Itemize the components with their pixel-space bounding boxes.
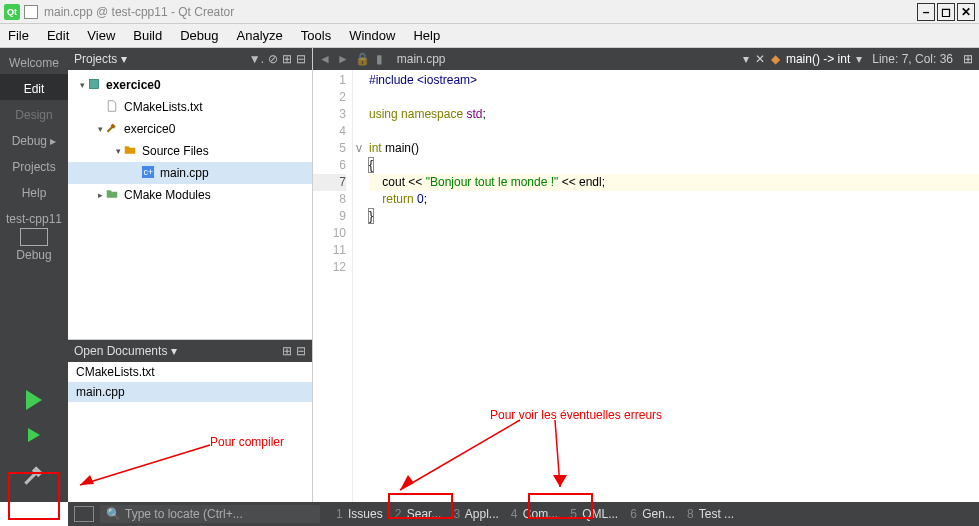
mode-edit[interactable]: Edit <box>0 74 68 100</box>
qt-logo-icon: Qt <box>4 4 20 20</box>
tree-item[interactable]: ▸CMake Modules <box>68 184 312 206</box>
menu-debug[interactable]: Debug <box>180 28 218 43</box>
menu-build[interactable]: Build <box>133 28 162 43</box>
link-icon[interactable]: ⊘ <box>268 52 278 66</box>
line-gutter: 123456789101112 <box>313 70 353 502</box>
menu-edit[interactable]: Edit <box>47 28 69 43</box>
project-icon <box>88 78 102 92</box>
tree-item[interactable]: ▾exercice0 <box>68 74 312 96</box>
output-tab-com[interactable]: 4 Com... <box>505 503 564 525</box>
locator-input[interactable]: 🔍 Type to locate (Ctrl+... <box>100 505 320 523</box>
tree-label: main.cpp <box>160 166 209 180</box>
window-titlebar: Qt main.cpp @ test-cpp11 - Qt Creator – … <box>0 0 979 24</box>
code-editor[interactable]: 123456789101112 v #include <iostream> us… <box>313 70 979 502</box>
open-docs-title: Open Documents <box>74 344 167 358</box>
monitor-icon <box>20 228 48 246</box>
cpp-icon: c+ <box>142 166 156 180</box>
symbol-icon: ◆ <box>771 52 780 66</box>
dropdown-icon[interactable]: ▾ <box>743 52 749 66</box>
filter-icon[interactable]: ▼. <box>249 52 264 66</box>
open-doc-item[interactable]: main.cpp <box>68 382 312 402</box>
mode-help[interactable]: Help <box>0 178 68 204</box>
svg-text:c+: c+ <box>144 167 154 177</box>
close-button[interactable]: ✕ <box>957 3 975 21</box>
split-icon[interactable]: ⊞ <box>282 52 292 66</box>
svg-rect-0 <box>90 80 99 89</box>
chevron-icon[interactable]: ▾ <box>94 124 106 134</box>
chevron-icon[interactable] <box>94 102 106 112</box>
split-icon[interactable]: ⊞ <box>963 52 973 66</box>
tree-item[interactable]: c+main.cpp <box>68 162 312 184</box>
symbol-selector[interactable]: main() -> int <box>786 52 850 66</box>
split-icon[interactable]: ⊞ <box>282 344 292 358</box>
tree-label: CMake Modules <box>124 188 211 202</box>
output-tab-issues[interactable]: 1 Issues <box>330 503 389 525</box>
menu-help[interactable]: Help <box>413 28 440 43</box>
menu-view[interactable]: View <box>87 28 115 43</box>
tree-label: exercice0 <box>106 78 161 92</box>
editor-filename[interactable]: main.cpp <box>397 52 446 66</box>
menubar: File Edit View Build Debug Analyze Tools… <box>0 24 979 48</box>
menu-window[interactable]: Window <box>349 28 395 43</box>
tree-label: CMakeLists.txt <box>124 100 203 114</box>
mode-welcome[interactable]: Welcome <box>0 48 68 74</box>
panel-close-icon[interactable]: ⊟ <box>296 344 306 358</box>
tree-item[interactable]: CMakeLists.txt <box>68 96 312 118</box>
mode-selector-bar: Welcome Edit Design Debug ▸ Projects Hel… <box>0 48 68 502</box>
tree-label: Source Files <box>142 144 209 158</box>
editor-toolbar: ◄ ► 🔒 ▮ main.cpp ▾ ✕ ◆ main() -> int ▾ L… <box>313 48 979 70</box>
source-text[interactable]: #include <iostream> using namespace std;… <box>365 70 616 502</box>
build-button[interactable] <box>11 452 57 498</box>
project-tree: ▾exercice0 CMakeLists.txt▾exercice0▾Sour… <box>68 70 312 339</box>
document-icon <box>24 5 38 19</box>
cursor-position[interactable]: Line: 7, Col: 36 <box>872 52 953 66</box>
projects-panel-header: Projects ▾ ▼. ⊘ ⊞ ⊟ <box>68 48 312 70</box>
run-debug-button[interactable] <box>28 428 40 442</box>
output-tab-qml[interactable]: 5 QML... <box>564 503 624 525</box>
projects-title: Projects <box>74 52 117 66</box>
output-tab-appl[interactable]: 3 Appl... <box>447 503 504 525</box>
hammer-icon <box>106 122 120 136</box>
tree-label: exercice0 <box>124 122 175 136</box>
dropdown-icon[interactable]: ▾ <box>856 52 862 66</box>
nav-fwd-icon[interactable]: ► <box>337 52 349 66</box>
statusbar: 🔍 Type to locate (Ctrl+... 1 Issues2 Sea… <box>68 502 979 526</box>
file-icon <box>106 100 120 114</box>
lock-icon[interactable]: 🔒 <box>355 52 370 66</box>
tree-item[interactable]: ▾Source Files <box>68 140 312 162</box>
close-file-icon[interactable]: ✕ <box>755 52 765 66</box>
dropdown-icon[interactable]: ▾ <box>171 344 177 358</box>
nav-back-icon[interactable]: ◄ <box>319 52 331 66</box>
maximize-button[interactable]: ◻ <box>937 3 955 21</box>
project-name: test-cpp11 <box>6 212 62 226</box>
run-button[interactable] <box>26 390 42 410</box>
panel-close-icon[interactable]: ⊟ <box>296 52 306 66</box>
locator-placeholder: Type to locate (Ctrl+... <box>125 507 243 521</box>
dropdown-icon[interactable]: ▾ <box>121 52 127 66</box>
menu-file[interactable]: File <box>8 28 29 43</box>
mode-projects[interactable]: Projects <box>0 152 68 178</box>
project-selector[interactable]: test-cpp11 Debug <box>6 208 62 266</box>
fold-gutter[interactable]: v <box>353 70 365 502</box>
chevron-icon[interactable]: ▾ <box>112 146 124 156</box>
open-docs-list: CMakeLists.txtmain.cpp <box>68 362 312 402</box>
chevron-icon[interactable] <box>130 168 142 178</box>
chevron-icon[interactable]: ▸ <box>94 190 106 200</box>
tree-item[interactable]: ▾exercice0 <box>68 118 312 140</box>
hammer-icon <box>21 462 47 488</box>
menu-tools[interactable]: Tools <box>301 28 331 43</box>
mode-design[interactable]: Design <box>0 100 68 126</box>
open-doc-item[interactable]: CMakeLists.txt <box>68 362 312 382</box>
output-tab-test[interactable]: 8 Test ... <box>681 503 740 525</box>
menu-analyze[interactable]: Analyze <box>237 28 283 43</box>
open-docs-header: Open Documents ▾ ⊞ ⊟ <box>68 340 312 362</box>
minimize-button[interactable]: – <box>917 3 935 21</box>
folder-icon <box>124 144 138 158</box>
output-tab-sear[interactable]: 2 Sear... <box>389 503 448 525</box>
folder-g-icon <box>106 188 120 202</box>
chevron-icon[interactable]: ▾ <box>76 80 88 90</box>
file-icon: ▮ <box>376 52 383 66</box>
output-tab-gen[interactable]: 6 Gen... <box>624 503 681 525</box>
sidebar-toggle-icon[interactable] <box>74 506 94 522</box>
mode-debug[interactable]: Debug ▸ <box>0 126 68 152</box>
